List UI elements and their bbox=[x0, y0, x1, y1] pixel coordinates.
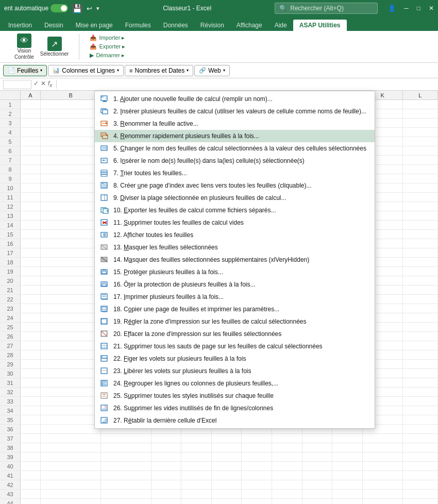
cell-a27[interactable] bbox=[21, 341, 41, 350]
cell-g42[interactable] bbox=[242, 480, 272, 489]
cell-d43[interactable] bbox=[151, 490, 182, 498]
cell-a1[interactable] bbox=[21, 100, 41, 109]
cell-e42[interactable] bbox=[181, 480, 212, 489]
cell-j41[interactable] bbox=[332, 471, 363, 480]
menu-item-3[interactable]: 3. Renommer la feuille active... bbox=[95, 117, 375, 130]
cell-b18[interactable] bbox=[41, 258, 101, 266]
cell-i43[interactable] bbox=[302, 490, 333, 498]
cancel-formula-icon[interactable]: ✕ bbox=[41, 80, 46, 88]
cell-l13[interactable] bbox=[403, 211, 438, 220]
tab-donnees[interactable]: Données bbox=[157, 20, 194, 31]
cell-j42[interactable] bbox=[332, 480, 363, 489]
menu-item-15[interactable]: 15. Protéger plusieurs feuilles à la foi… bbox=[95, 266, 375, 278]
cell-b9[interactable] bbox=[41, 174, 101, 183]
cell-f44[interactable] bbox=[212, 499, 242, 504]
cell-b27[interactable] bbox=[41, 341, 101, 350]
cell-k38[interactable] bbox=[363, 443, 403, 452]
cell-reference-input[interactable] bbox=[3, 80, 31, 89]
cell-f39[interactable] bbox=[212, 452, 242, 461]
cell-b20[interactable] bbox=[41, 276, 101, 285]
cell-b7[interactable] bbox=[41, 156, 101, 164]
cell-a6[interactable] bbox=[21, 146, 41, 155]
cell-l4[interactable] bbox=[403, 128, 438, 137]
menu-item-22[interactable]: 22. Figer les volets sur plusieurs feuil… bbox=[95, 352, 375, 365]
cell-g43[interactable] bbox=[242, 490, 272, 498]
cell-a22[interactable] bbox=[21, 295, 41, 304]
cell-g41[interactable] bbox=[242, 471, 272, 480]
cell-h41[interactable] bbox=[272, 471, 302, 480]
cell-a30[interactable] bbox=[21, 369, 41, 378]
user-icon[interactable]: 👤 bbox=[388, 5, 396, 12]
tab-dessin[interactable]: Dessin bbox=[38, 20, 70, 31]
cell-l35[interactable] bbox=[403, 415, 438, 424]
cell-l31[interactable] bbox=[403, 378, 438, 387]
cell-a13[interactable] bbox=[21, 211, 41, 220]
cell-g38[interactable] bbox=[242, 443, 272, 452]
cell-b39[interactable] bbox=[41, 452, 101, 461]
cell-h43[interactable] bbox=[272, 490, 302, 498]
cell-a34[interactable] bbox=[21, 406, 41, 415]
exporter-button[interactable]: 📤 Exporter ▸ bbox=[88, 43, 127, 51]
menu-item-6[interactable]: 6. Insérer le nom de(s) feuille(s) dans … bbox=[95, 155, 375, 167]
cell-a8[interactable] bbox=[21, 165, 41, 174]
cell-a31[interactable] bbox=[21, 378, 41, 387]
cell-c42[interactable] bbox=[101, 480, 151, 489]
cell-a41[interactable] bbox=[21, 471, 41, 480]
save-icon[interactable]: 💾 bbox=[72, 4, 82, 13]
cell-b32[interactable] bbox=[41, 388, 101, 396]
cell-l22[interactable] bbox=[403, 295, 438, 304]
cell-b42[interactable] bbox=[41, 480, 101, 489]
cell-k44[interactable] bbox=[363, 499, 403, 504]
cell-b34[interactable] bbox=[41, 406, 101, 415]
menu-item-20[interactable]: 20. Effacer la zone d'impression sur les… bbox=[95, 328, 375, 340]
menu-item-9[interactable]: 9. Diviser la plage sélectionnée en plus… bbox=[95, 192, 375, 204]
cell-e37[interactable] bbox=[181, 434, 212, 443]
restore-icon[interactable]: □ bbox=[417, 5, 420, 12]
cell-a39[interactable] bbox=[21, 452, 41, 461]
cell-a5[interactable] bbox=[21, 137, 41, 146]
cell-f41[interactable] bbox=[212, 471, 242, 480]
cell-d38[interactable] bbox=[151, 443, 182, 452]
cell-e38[interactable] bbox=[181, 443, 212, 452]
cell-e40[interactable] bbox=[181, 462, 212, 471]
quick-access-icon[interactable]: ▾ bbox=[96, 5, 99, 12]
menu-item-19[interactable]: 19. Régler la zone d'impression sur les … bbox=[95, 315, 375, 328]
menu-item-7[interactable]: ↕ 7. Trier toutes les feuilles... bbox=[95, 167, 375, 179]
cell-c38[interactable] bbox=[101, 443, 151, 452]
cell-a7[interactable] bbox=[21, 156, 41, 164]
cell-l36[interactable] bbox=[403, 425, 438, 433]
tab-formules[interactable]: Formules bbox=[119, 20, 157, 31]
cell-l34[interactable] bbox=[403, 406, 438, 415]
cell-j44[interactable] bbox=[332, 499, 363, 504]
cell-b44[interactable] bbox=[41, 499, 101, 504]
demarrer-button[interactable]: ▶ Démarrer ▸ bbox=[88, 52, 127, 59]
cell-i40[interactable] bbox=[302, 462, 333, 471]
cell-l39[interactable] bbox=[403, 452, 438, 461]
cell-i37[interactable] bbox=[302, 434, 333, 443]
cell-a18[interactable] bbox=[21, 258, 41, 266]
cell-h42[interactable] bbox=[272, 480, 302, 489]
cell-l44[interactable] bbox=[403, 499, 438, 504]
cell-l27[interactable] bbox=[403, 341, 438, 350]
cell-a21[interactable] bbox=[21, 285, 41, 294]
menu-item-11[interactable]: 11. Supprimer toutes les feuilles de cal… bbox=[95, 216, 375, 229]
cell-a4[interactable] bbox=[21, 128, 41, 137]
cell-a11[interactable] bbox=[21, 193, 41, 201]
cell-a37[interactable] bbox=[21, 434, 41, 443]
menu-item-16[interactable]: 16. Ôter la protection de plusieurs feui… bbox=[95, 278, 375, 291]
cell-a29[interactable] bbox=[21, 360, 41, 368]
cell-l6[interactable] bbox=[403, 146, 438, 155]
cell-j38[interactable] bbox=[332, 443, 363, 452]
cell-b25[interactable] bbox=[41, 323, 101, 331]
cell-a35[interactable] bbox=[21, 415, 41, 424]
cell-g39[interactable] bbox=[242, 452, 272, 461]
cell-l43[interactable] bbox=[403, 490, 438, 498]
cell-l7[interactable] bbox=[403, 156, 438, 164]
cell-l42[interactable] bbox=[403, 480, 438, 489]
cell-a9[interactable] bbox=[21, 174, 41, 183]
cell-c41[interactable] bbox=[101, 471, 151, 480]
cell-b15[interactable] bbox=[41, 230, 101, 239]
cell-i38[interactable] bbox=[302, 443, 333, 452]
cell-e43[interactable] bbox=[181, 490, 212, 498]
cell-g37[interactable] bbox=[242, 434, 272, 443]
